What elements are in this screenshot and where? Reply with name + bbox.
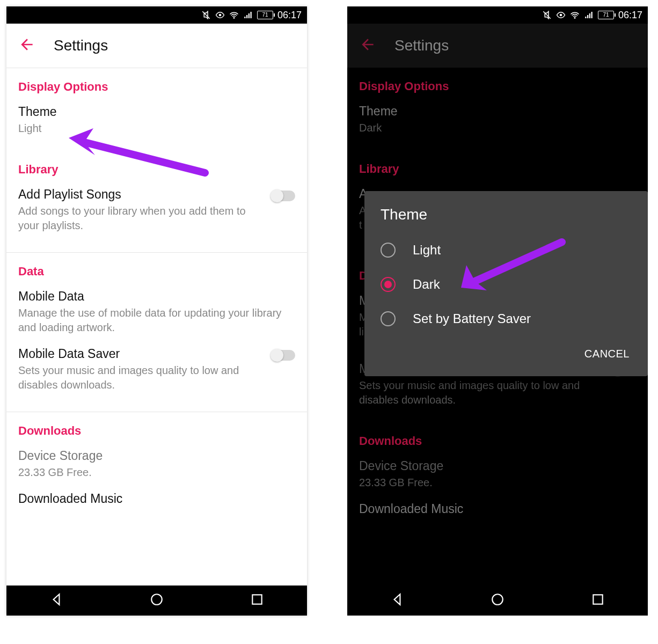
- setting-mobile-data[interactable]: Mobile Data Manage the use of mobile dat…: [18, 288, 295, 346]
- android-nav-bar: [347, 586, 648, 616]
- setting-add-playlist-sub: Add songs to your library when you add t…: [18, 204, 262, 233]
- nav-recent-button[interactable]: [591, 592, 605, 609]
- dialog-title: Theme: [364, 206, 648, 233]
- eye-icon: [556, 10, 566, 20]
- section-display-options: Display Options Theme Light: [6, 68, 307, 151]
- dialog-actions: CANCEL: [364, 336, 648, 372]
- svg-rect-11: [591, 12, 592, 18]
- svg-rect-9: [587, 15, 588, 18]
- radio-icon-selected: [381, 277, 396, 292]
- battery-icon: 71: [598, 11, 614, 19]
- phone-screenshot-dark: 71 06:17 Settings Display Options Theme …: [347, 6, 648, 616]
- setting-storage-value: 23.33 GB Free.: [18, 465, 295, 480]
- theme-option-dark[interactable]: Dark: [364, 267, 648, 302]
- signal-icon: [243, 10, 253, 20]
- svg-rect-1: [244, 17, 245, 18]
- svg-rect-2: [246, 15, 247, 18]
- section-title-display: Display Options: [18, 80, 295, 94]
- setting-saver-sub: Sets your music and images quality to lo…: [18, 363, 262, 392]
- svg-point-7: [560, 14, 562, 17]
- svg-rect-8: [585, 17, 586, 18]
- nav-home-button[interactable]: [491, 592, 505, 609]
- section-title-data: Data: [18, 265, 295, 279]
- android-nav-bar: [6, 586, 307, 616]
- setting-mobile-data-label: Mobile Data: [18, 289, 295, 304]
- toggle-add-playlist[interactable]: [272, 191, 295, 201]
- toggle-data-saver[interactable]: [272, 350, 295, 361]
- mute-icon: [201, 10, 211, 20]
- dialog-scrim[interactable]: Theme Light Dark Set by Battery Saver CA…: [347, 68, 648, 586]
- setting-add-playlist-songs[interactable]: Add Playlist Songs Add songs to your lib…: [18, 186, 295, 244]
- svg-point-0: [219, 14, 222, 17]
- setting-saver-label: Mobile Data Saver: [18, 347, 262, 361]
- theme-option-light[interactable]: Light: [364, 233, 648, 267]
- setting-device-storage[interactable]: Device Storage 23.33 GB Free.: [18, 448, 295, 491]
- setting-theme[interactable]: Theme Light: [18, 104, 295, 147]
- svg-rect-3: [248, 13, 250, 18]
- nav-back-button[interactable]: [390, 592, 404, 609]
- settings-list: Display Options Theme Light Library Add …: [6, 68, 307, 586]
- app-header: Settings: [6, 24, 307, 68]
- mute-icon: [542, 10, 552, 20]
- svg-rect-10: [589, 13, 590, 18]
- radio-icon: [381, 311, 396, 326]
- cancel-button[interactable]: CANCEL: [577, 342, 637, 365]
- status-time: 06:17: [277, 10, 302, 21]
- back-button[interactable]: [18, 36, 35, 55]
- battery-icon: 71: [257, 11, 273, 19]
- eye-icon: [215, 10, 225, 20]
- svg-rect-13: [593, 595, 602, 604]
- radio-label-light: Light: [413, 243, 441, 258]
- theme-option-battery-saver[interactable]: Set by Battery Saver: [364, 302, 648, 336]
- nav-home-button[interactable]: [150, 592, 164, 609]
- nav-recent-button[interactable]: [250, 592, 264, 609]
- svg-point-12: [492, 594, 503, 605]
- setting-theme-value: Light: [18, 121, 295, 136]
- setting-downloaded-music-label: Downloaded Music: [18, 492, 295, 506]
- phone-screenshot-light: 71 06:17 Settings Display Options Theme …: [6, 6, 307, 616]
- setting-downloaded-music[interactable]: Downloaded Music: [18, 491, 295, 519]
- svg-rect-6: [252, 595, 261, 604]
- setting-theme-label: Theme: [18, 105, 295, 119]
- page-title: Settings: [54, 37, 108, 54]
- setting-storage-label: Device Storage: [18, 449, 295, 463]
- svg-rect-4: [250, 12, 251, 18]
- signal-icon: [584, 10, 594, 20]
- setting-add-playlist-label: Add Playlist Songs: [18, 187, 262, 202]
- wifi-icon: [570, 10, 580, 20]
- status-bar: 71 06:17: [6, 6, 307, 24]
- wifi-icon: [229, 10, 239, 20]
- status-bar: 71 06:17: [347, 6, 648, 24]
- status-time: 06:17: [618, 10, 642, 21]
- section-title-downloads: Downloads: [18, 424, 295, 438]
- section-downloads: Downloads Device Storage 23.33 GB Free. …: [6, 412, 307, 523]
- back-button[interactable]: [359, 36, 376, 55]
- radio-label-dark: Dark: [413, 277, 440, 292]
- nav-back-button[interactable]: [49, 592, 63, 609]
- section-library: Library Add Playlist Songs Add songs to …: [6, 151, 307, 248]
- theme-dialog: Theme Light Dark Set by Battery Saver CA…: [364, 191, 648, 376]
- radio-icon: [381, 243, 396, 258]
- svg-point-5: [151, 594, 162, 605]
- settings-list-dark: Display Options Theme Dark Library A A t…: [347, 68, 648, 586]
- setting-mobile-data-sub: Manage the use of mobile data for updati…: [18, 306, 295, 335]
- section-data: Data Mobile Data Manage the use of mobil…: [6, 253, 307, 407]
- radio-label-battery: Set by Battery Saver: [413, 311, 531, 326]
- section-title-library: Library: [18, 163, 295, 177]
- setting-mobile-data-saver[interactable]: Mobile Data Saver Sets your music and im…: [18, 346, 295, 403]
- page-title: Settings: [394, 37, 449, 54]
- app-header: Settings: [347, 24, 648, 68]
